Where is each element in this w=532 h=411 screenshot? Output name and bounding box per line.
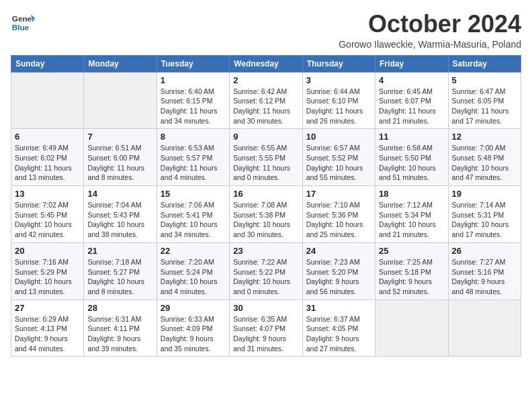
table-row: 19 Sunrise: 7:14 AMSunset: 5:31 PMDaylig…: [448, 186, 521, 243]
table-row: 25 Sunrise: 7:25 AMSunset: 5:18 PMDaylig…: [375, 242, 448, 300]
table-row: 1 Sunrise: 6:40 AMSunset: 6:15 PMDayligh…: [157, 72, 229, 129]
header-sunday: Sunday: [11, 55, 84, 72]
day-detail: Sunrise: 6:58 AMSunset: 5:50 PMDaylight:…: [379, 144, 436, 181]
table-row: 6 Sunrise: 6:49 AMSunset: 6:02 PMDayligh…: [11, 129, 84, 186]
day-detail: Sunrise: 6:55 AMSunset: 5:55 PMDaylight:…: [233, 144, 290, 181]
day-detail: Sunrise: 6:37 AMSunset: 4:05 PMDaylight:…: [306, 315, 360, 353]
day-detail: Sunrise: 6:29 AMSunset: 4:13 PMDaylight:…: [15, 315, 69, 353]
table-row: [84, 72, 157, 129]
day-detail: Sunrise: 6:33 AMSunset: 4:09 PMDaylight:…: [161, 315, 214, 353]
day-number: 26: [452, 246, 517, 256]
day-number: 14: [87, 189, 152, 199]
day-number: 31: [306, 303, 371, 313]
table-row: 8 Sunrise: 6:53 AMSunset: 5:57 PMDayligh…: [157, 129, 229, 186]
day-detail: Sunrise: 6:57 AMSunset: 5:52 PMDaylight:…: [306, 144, 363, 181]
day-number: 12: [452, 132, 517, 142]
day-detail: Sunrise: 7:18 AMSunset: 5:27 PMDaylight:…: [87, 258, 144, 295]
day-number: 24: [306, 246, 371, 256]
table-row: 4 Sunrise: 6:45 AMSunset: 6:07 PMDayligh…: [375, 72, 448, 129]
table-row: 15 Sunrise: 7:06 AMSunset: 5:41 PMDaylig…: [157, 186, 229, 243]
title-block: October 2024 Gorowo Ilaweckie, Warmia-Ma…: [339, 11, 521, 50]
page-header: General Blue October 2024 Gorowo Ilaweck…: [11, 11, 521, 50]
day-detail: Sunrise: 6:47 AMSunset: 6:05 PMDaylight:…: [452, 87, 509, 125]
day-number: 16: [233, 189, 298, 199]
day-detail: Sunrise: 7:14 AMSunset: 5:31 PMDaylight:…: [452, 201, 509, 238]
table-row: 30 Sunrise: 6:35 AMSunset: 4:07 PMDaylig…: [230, 300, 302, 357]
table-row: 11 Sunrise: 6:58 AMSunset: 5:50 PMDaylig…: [375, 129, 448, 186]
day-number: 19: [452, 189, 517, 199]
table-row: 3 Sunrise: 6:44 AMSunset: 6:10 PMDayligh…: [302, 72, 375, 129]
calendar-body: 1 Sunrise: 6:40 AMSunset: 6:15 PMDayligh…: [11, 72, 521, 357]
svg-text:Blue: Blue: [12, 23, 30, 32]
table-row: [448, 300, 521, 357]
day-detail: Sunrise: 7:16 AMSunset: 5:29 PMDaylight:…: [15, 258, 72, 295]
table-row: 29 Sunrise: 6:33 AMSunset: 4:09 PMDaylig…: [157, 300, 229, 357]
day-number: 15: [161, 189, 226, 199]
day-detail: Sunrise: 6:40 AMSunset: 6:15 PMDaylight:…: [161, 87, 218, 125]
table-row: 31 Sunrise: 6:37 AMSunset: 4:05 PMDaylig…: [302, 300, 375, 357]
day-number: 2: [233, 75, 298, 85]
table-row: 9 Sunrise: 6:55 AMSunset: 5:55 PMDayligh…: [230, 129, 302, 186]
table-row: 20 Sunrise: 7:16 AMSunset: 5:29 PMDaylig…: [11, 242, 84, 300]
day-detail: Sunrise: 6:51 AMSunset: 6:00 PMDaylight:…: [87, 144, 144, 181]
header-monday: Monday: [84, 55, 157, 72]
header-saturday: Saturday: [448, 55, 521, 72]
header-tuesday: Tuesday: [157, 55, 229, 72]
day-number: 17: [306, 189, 371, 199]
table-row: 18 Sunrise: 7:12 AMSunset: 5:34 PMDaylig…: [375, 186, 448, 243]
day-number: 28: [87, 303, 152, 313]
day-detail: Sunrise: 7:25 AMSunset: 5:18 PMDaylight:…: [379, 258, 433, 295]
day-number: 4: [379, 75, 444, 85]
day-detail: Sunrise: 6:35 AMSunset: 4:07 PMDaylight:…: [233, 315, 287, 353]
table-row: 16 Sunrise: 7:08 AMSunset: 5:38 PMDaylig…: [230, 186, 302, 243]
day-detail: Sunrise: 6:44 AMSunset: 6:10 PMDaylight:…: [306, 87, 363, 125]
day-detail: Sunrise: 7:02 AMSunset: 5:45 PMDaylight:…: [15, 201, 72, 238]
day-detail: Sunrise: 7:04 AMSunset: 5:43 PMDaylight:…: [87, 201, 144, 238]
day-number: 7: [87, 132, 152, 142]
day-detail: Sunrise: 7:10 AMSunset: 5:36 PMDaylight:…: [306, 201, 363, 238]
table-row: 28 Sunrise: 6:31 AMSunset: 4:11 PMDaylig…: [84, 300, 157, 357]
day-number: 9: [233, 132, 298, 142]
table-row: 7 Sunrise: 6:51 AMSunset: 6:00 PMDayligh…: [84, 129, 157, 186]
table-row: 24 Sunrise: 7:23 AMSunset: 5:20 PMDaylig…: [302, 242, 375, 300]
day-number: 13: [15, 189, 80, 199]
day-number: 11: [379, 132, 444, 142]
month-title: October 2024: [339, 11, 521, 38]
day-number: 1: [161, 75, 226, 85]
logo-icon: General Blue: [11, 11, 35, 35]
table-row: 12 Sunrise: 7:00 AMSunset: 5:48 PMDaylig…: [448, 129, 521, 186]
table-row: [11, 72, 84, 129]
day-number: 6: [15, 132, 80, 142]
table-row: 14 Sunrise: 7:04 AMSunset: 5:43 PMDaylig…: [84, 186, 157, 243]
header-thursday: Thursday: [302, 55, 375, 72]
day-detail: Sunrise: 7:12 AMSunset: 5:34 PMDaylight:…: [379, 201, 436, 238]
day-detail: Sunrise: 7:27 AMSunset: 5:16 PMDaylight:…: [452, 258, 506, 295]
day-number: 29: [161, 303, 226, 313]
table-row: 2 Sunrise: 6:42 AMSunset: 6:12 PMDayligh…: [230, 72, 302, 129]
day-detail: Sunrise: 6:45 AMSunset: 6:07 PMDaylight:…: [379, 87, 436, 125]
day-detail: Sunrise: 7:20 AMSunset: 5:24 PMDaylight:…: [161, 258, 218, 295]
day-number: 3: [306, 75, 371, 85]
day-detail: Sunrise: 6:31 AMSunset: 4:11 PMDaylight:…: [87, 315, 141, 353]
table-row: 10 Sunrise: 6:57 AMSunset: 5:52 PMDaylig…: [302, 129, 375, 186]
header-friday: Friday: [375, 55, 448, 72]
day-number: 27: [15, 303, 80, 313]
day-detail: Sunrise: 7:22 AMSunset: 5:22 PMDaylight:…: [233, 258, 290, 295]
day-number: 20: [15, 246, 80, 256]
day-number: 8: [161, 132, 226, 142]
day-number: 25: [379, 246, 444, 256]
location-subtitle: Gorowo Ilaweckie, Warmia-Masuria, Poland: [339, 39, 521, 50]
logo: General Blue: [11, 11, 35, 35]
calendar-header: Sunday Monday Tuesday Wednesday Thursday…: [11, 55, 521, 72]
day-detail: Sunrise: 7:06 AMSunset: 5:41 PMDaylight:…: [161, 201, 218, 238]
day-number: 5: [452, 75, 517, 85]
calendar-table: Sunday Monday Tuesday Wednesday Thursday…: [11, 55, 521, 357]
table-row: 23 Sunrise: 7:22 AMSunset: 5:22 PMDaylig…: [230, 242, 302, 300]
table-row: 21 Sunrise: 7:18 AMSunset: 5:27 PMDaylig…: [84, 242, 157, 300]
table-row: 13 Sunrise: 7:02 AMSunset: 5:45 PMDaylig…: [11, 186, 84, 243]
header-wednesday: Wednesday: [230, 55, 302, 72]
day-detail: Sunrise: 7:00 AMSunset: 5:48 PMDaylight:…: [452, 144, 509, 181]
day-number: 30: [233, 303, 298, 313]
day-number: 10: [306, 132, 371, 142]
day-number: 21: [87, 246, 152, 256]
